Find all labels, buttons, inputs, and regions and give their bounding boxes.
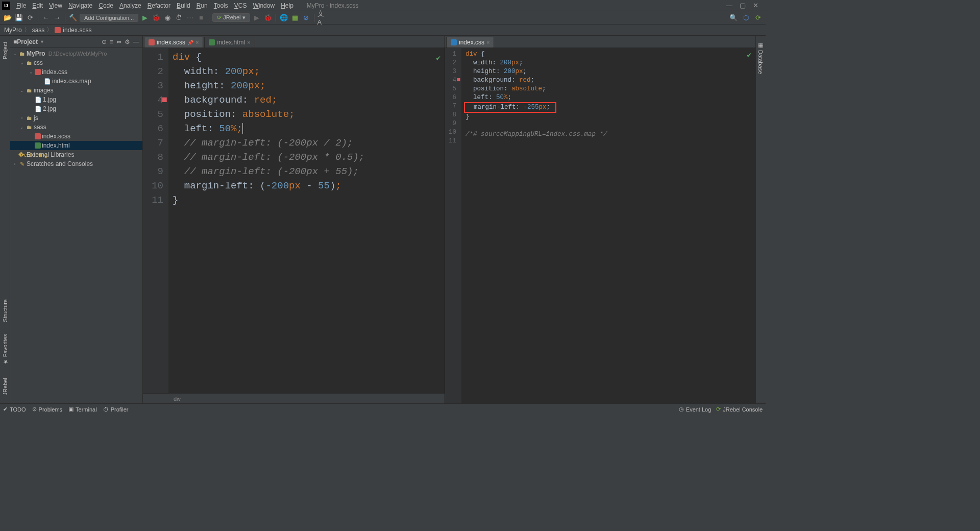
window-controls: — ▢ ✕ [726, 2, 764, 9]
menu-edit[interactable]: Edit [29, 1, 46, 10]
tree-node[interactable]: 📄1.jpg [10, 95, 142, 104]
jr-panel-icon[interactable]: ▦ [290, 13, 300, 22]
save-icon[interactable]: 💾 [14, 13, 23, 22]
jr-debug-icon[interactable]: 🐞 [263, 13, 273, 22]
select-opened-icon[interactable]: ⊙ [102, 38, 107, 45]
hide-icon[interactable]: — [133, 38, 139, 45]
editor-tab[interactable]: index.scss📌× [144, 37, 203, 47]
code-editor-right[interactable]: 1234567891011 div { width: 200px; height… [445, 48, 755, 403]
menu-vcs[interactable]: VCS [231, 1, 250, 10]
tree-node[interactable]: ⌄index.css [10, 67, 142, 77]
menu-navigate[interactable]: Navigate [65, 1, 95, 10]
build-icon[interactable]: 🔨 [68, 13, 78, 22]
scss-icon [55, 27, 61, 33]
tree-node[interactable]: ⌄🖿MyProD:\Develop\Web\MyPro [10, 49, 142, 58]
right-tool-strip: ▦ Database [755, 36, 766, 403]
run-icon[interactable]: ▶ [140, 13, 150, 22]
minimize-button[interactable]: — [726, 2, 732, 9]
inspection-ok-icon[interactable]: ✔ [747, 51, 751, 60]
attach-icon[interactable]: ⋯ [185, 13, 194, 22]
tree-node[interactable]: index.html [10, 141, 142, 150]
gutter-left[interactable]: 1234567891011 [143, 48, 168, 393]
editor-right: index.css× 1234567891011 div { width: 20… [445, 36, 755, 403]
todo-tool[interactable]: ✔ TODO [3, 406, 26, 413]
breadcrumb: MyPro 〉 sass 〉 index.scss [0, 25, 766, 36]
editor-tabs-right: index.css× [445, 36, 755, 48]
editor-tabs-left: index.scss📌×index.html× [143, 36, 445, 48]
sidebar-title[interactable]: Project [17, 38, 38, 45]
window-title: MyPro - index.scss [307, 2, 358, 9]
database-tool-tab[interactable]: ▦ Database [756, 38, 765, 78]
left-tool-strip: Project Structure ★ Favorites JRebel [0, 36, 10, 403]
close-button[interactable]: ✕ [753, 2, 758, 9]
run-config-dropdown[interactable]: Add Configuration... [80, 14, 138, 22]
open-icon[interactable]: 📂 [3, 13, 12, 22]
tree-node[interactable]: index.scss [10, 132, 142, 141]
code-editor-left[interactable]: 1234567891011 div { width: 200px; height… [143, 48, 445, 393]
editor-tab[interactable]: index.html× [204, 37, 255, 47]
menu-refactor[interactable]: Refactor [144, 1, 174, 10]
breadcrumb-item[interactable]: MyPro [4, 27, 22, 34]
collapse-all-icon[interactable]: ⇔ [116, 38, 121, 45]
terminal-tool[interactable]: ▣ Terminal [68, 406, 97, 413]
problems-tool[interactable]: ⊘ Problems [32, 406, 62, 413]
toolbar: 📂 💾 ⟳ ← → 🔨 Add Configuration... ▶ 🐞 ◉ ⏱… [0, 11, 766, 25]
globe-icon[interactable]: 🌐 [279, 13, 288, 22]
profiler-tool[interactable]: ⏱ Profiler [103, 406, 129, 413]
breadcrumb-item[interactable]: index.scss [63, 27, 91, 34]
stop-icon[interactable]: ■ [197, 13, 206, 22]
favorites-tool-tab[interactable]: ★ Favorites [1, 330, 9, 369]
tree-node[interactable]: ⌄🖿images [10, 86, 142, 95]
jrebel-console-tool[interactable]: ⟳ JRebel Console [716, 406, 763, 413]
project-sidebar: ■ Project ▼ ⊙ ≡ ⇔ ⚙ — ⌄🖿MyProD:\Develop\… [10, 36, 143, 403]
jr-run-icon[interactable]: ▶ [252, 13, 261, 22]
ide-logo: IJ [2, 2, 10, 10]
tree-node[interactable]: ›✎Scratches and Consoles [10, 159, 142, 168]
sync-icon[interactable]: ⟳ [26, 13, 35, 22]
coverage-icon[interactable]: ◉ [163, 13, 172, 22]
menu-build[interactable]: Build [174, 1, 193, 10]
menu-analyze[interactable]: Analyze [116, 1, 144, 10]
project-tool-tab[interactable]: Project [1, 38, 9, 63]
structure-tool-tab[interactable]: Structure [1, 295, 9, 326]
tree-node[interactable]: ⌄🖿css [10, 58, 142, 67]
editor-tab[interactable]: index.css× [446, 37, 494, 47]
settings-icon[interactable]: ⚙ [125, 38, 130, 45]
tree-node[interactable]: �collectingExternal Libraries [10, 150, 142, 159]
search-icon[interactable]: 🔍 [729, 13, 738, 22]
event-log-tool[interactable]: ◷ Event Log [679, 406, 712, 413]
translate-icon[interactable]: 文A [317, 13, 327, 22]
inspect-icon[interactable]: ⊘ [302, 13, 311, 22]
jr-status-icon[interactable]: ⟳ [753, 13, 763, 22]
back-icon[interactable]: ← [41, 13, 51, 22]
sidebar-header: ■ Project ▼ ⊙ ≡ ⇔ ⚙ — [10, 36, 142, 48]
menu-tools[interactable]: Tools [211, 1, 231, 10]
maximize-button[interactable]: ▢ [740, 2, 746, 9]
menu-help[interactable]: Help [278, 1, 297, 10]
menu-code[interactable]: Code [95, 1, 116, 10]
main-menu: IJ FileEditViewNavigateCodeAnalyzeRefact… [0, 0, 766, 11]
tree-node[interactable]: ›🖿js [10, 113, 142, 123]
debug-icon[interactable]: 🐞 [152, 13, 161, 22]
updates-icon[interactable]: ⬡ [741, 13, 750, 22]
menu-window[interactable]: Window [250, 1, 278, 10]
expand-all-icon[interactable]: ≡ [110, 38, 113, 45]
forward-icon[interactable]: → [53, 13, 62, 22]
menu-run[interactable]: Run [193, 1, 211, 10]
tree-node[interactable]: 📄2.jpg [10, 104, 142, 113]
inspection-ok-icon[interactable]: ✔ [436, 51, 440, 65]
gutter-right[interactable]: 1234567891011 [445, 48, 461, 403]
breadcrumb-item[interactable]: sass [32, 27, 45, 34]
jrebel-tool-tab[interactable]: JRebel [1, 374, 9, 399]
tree-node[interactable]: 📄index.css.map [10, 77, 142, 86]
editor-left: index.scss📌×index.html× 1234567891011 di… [143, 36, 445, 403]
menu-view[interactable]: View [46, 1, 65, 10]
project-tree[interactable]: ⌄🖿MyProD:\Develop\Web\MyPro⌄🖿css⌄index.c… [10, 48, 142, 403]
profile-icon[interactable]: ⏱ [174, 13, 183, 22]
breadcrumb-context[interactable]: div [143, 393, 445, 403]
jrebel-dropdown[interactable]: ⟳ JRebel ▾ [212, 13, 250, 22]
bottom-toolbar: ✔ TODO ⊘ Problems ▣ Terminal ⏱ Profiler … [0, 403, 766, 415]
menu-file[interactable]: File [13, 1, 29, 10]
tree-node[interactable]: ⌄🖿sass [10, 123, 142, 132]
